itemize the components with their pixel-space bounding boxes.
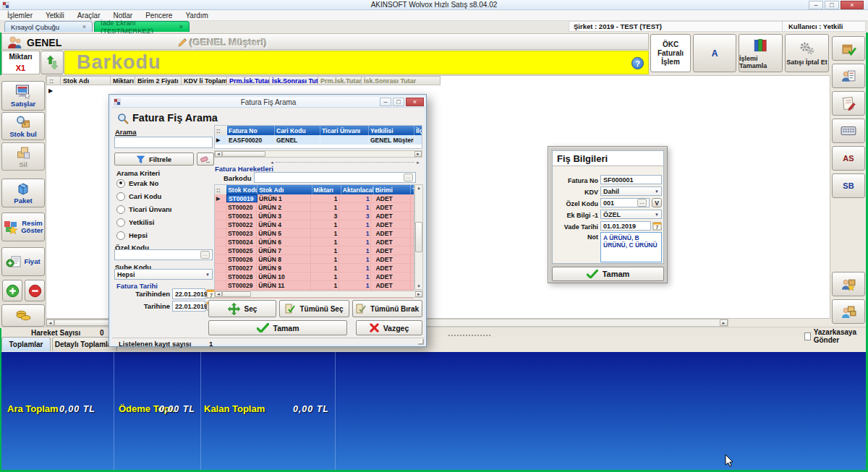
select-button[interactable]: Seç <box>208 300 276 317</box>
column-header[interactable]: Aktarılacak <box>341 185 374 194</box>
rail-as-button[interactable]: AS <box>832 146 865 171</box>
rail-confirm-package-button[interactable] <box>832 36 865 61</box>
scroll-thumb[interactable] <box>222 291 251 297</box>
fis-ok-button[interactable]: Tamam <box>552 267 664 281</box>
radio-icon[interactable] <box>116 179 125 188</box>
lookup-icon[interactable]: … <box>200 251 210 259</box>
stock-row[interactable]: ST00019 ÜRÜN 1 1 1 ADET <box>215 194 414 203</box>
close-button[interactable]: × <box>841 1 864 9</box>
payment-button[interactable] <box>1 304 45 327</box>
splitter-grip[interactable] <box>448 335 490 336</box>
column-header[interactable]: İsk.Sonrası Tutar <box>362 76 441 85</box>
scroll-down-icon[interactable]: ▼ <box>417 284 421 288</box>
stock-row[interactable]: ST00026 ÜRÜN 8 1 1 ADET <box>215 255 414 264</box>
stock-row[interactable]: ST00028 ÜRÜN 10 1 1 ADET <box>215 273 414 281</box>
column-header[interactable]: Ticari Ünvanı <box>320 126 369 135</box>
dialog-barcode-input[interactable]: … <box>254 172 416 183</box>
invoice-row[interactable]: ▶ EASF00020 GENEL GENEL Müşteri <box>215 135 422 145</box>
menu-item[interactable]: Pencere <box>145 12 172 20</box>
decrease-button[interactable] <box>25 280 45 301</box>
stock-row[interactable]: ST00029 ÜRÜN 11 1 1 ADET <box>215 281 414 290</box>
criteria-radio-option[interactable]: Yetkilisi <box>116 218 210 227</box>
stock-row[interactable]: ST00025 ÜRÜN 7 1 1 ADET <box>215 246 414 255</box>
send-register-checkbox[interactable] <box>804 332 811 340</box>
filter-button[interactable]: Filtrele <box>114 153 194 166</box>
column-header[interactable]: Birimi <box>374 185 411 194</box>
date-from-input[interactable]: 22.01.2019 <box>172 288 205 299</box>
calendar-icon[interactable]: 7 <box>652 221 662 231</box>
complete-transaction-button[interactable]: İşlemi Tamamla <box>739 34 783 72</box>
invoice-table-hscrollbar[interactable]: ◄ ► <box>214 150 422 158</box>
scroll-left-icon[interactable]: ◄ <box>215 151 222 157</box>
increase-button[interactable] <box>2 280 22 301</box>
criteria-radio-option[interactable]: Cari Kodu <box>116 192 210 201</box>
scroll-thumb[interactable] <box>222 151 265 157</box>
column-header[interactable]: Stok Kodu <box>226 185 258 194</box>
help-icon[interactable]: ? <box>631 57 644 69</box>
column-header[interactable]: Miktarı <box>312 185 341 194</box>
tab-detailed-totals[interactable]: Detaylı Toplamlar <box>52 337 117 351</box>
clear-filter-button[interactable] <box>197 153 214 166</box>
rail-note-button[interactable] <box>832 91 865 116</box>
menu-item[interactable]: Yetkili <box>46 12 64 20</box>
scroll-left-icon[interactable]: ◄ <box>46 319 54 326</box>
barcode-banner[interactable]: Barkodu ? <box>64 51 649 74</box>
dialog-ok-button[interactable]: Tamam <box>208 320 347 335</box>
rail-customer-package-button[interactable] <box>832 299 865 324</box>
dialog-cancel-button[interactable]: Vazgeç <box>356 320 422 335</box>
rail-customer-card-button[interactable] <box>832 64 865 88</box>
column-header[interactable]: Yetkilisi <box>369 126 414 135</box>
sidebar-item-find-stock[interactable]: Stok bul <box>1 112 45 140</box>
radio-icon[interactable] <box>116 192 125 201</box>
stock-row[interactable]: ST00020 ÜRÜN 2 1 1 ADET <box>215 203 414 212</box>
send-register-option[interactable]: Yazarkasaya Gönder <box>804 328 866 344</box>
stock-table-vscrollbar[interactable]: ▲ ▼ <box>414 184 423 290</box>
dialog-close-button[interactable]: × <box>406 98 424 106</box>
a-button[interactable]: A <box>693 34 736 72</box>
menu-item[interactable]: Yardım <box>185 12 208 20</box>
dialog-titlebar[interactable]: Fatura Fiş Arama – □ × <box>111 97 425 108</box>
kdv-select[interactable]: Dahil ▼ <box>600 186 662 196</box>
minimize-button[interactable]: – <box>809 1 823 9</box>
column-header[interactable]: Miktarı <box>111 76 135 85</box>
menu-item[interactable]: İşlemler <box>7 12 33 20</box>
sidebar-item-show-image[interactable]: Resim Göster <box>1 213 45 241</box>
deselect-all-button[interactable]: Tümünü Bırak <box>352 300 422 317</box>
special-code-field[interactable]: 001 … <box>600 198 650 207</box>
stock-row[interactable]: ST00022 ÜRÜN 4 1 1 ADET <box>215 220 414 229</box>
column-header[interactable]: Prm.İsk.Tutarı <box>318 76 362 85</box>
lookup-icon[interactable]: … <box>637 199 647 207</box>
scroll-right-icon[interactable]: ► <box>414 151 422 157</box>
edit-customer-icon[interactable] <box>178 38 187 47</box>
tab-close-icon[interactable]: × <box>179 23 183 30</box>
menu-item[interactable]: Notlar <box>113 12 132 20</box>
radio-icon[interactable] <box>116 231 125 240</box>
column-header[interactable]: KDV li Toplam <box>182 76 227 85</box>
tab-return-screen[interactable]: İade Ekranı (TEST/MERKEZ) × <box>94 21 190 32</box>
scroll-right-icon[interactable]: ► <box>720 319 728 326</box>
criteria-radio-option[interactable]: Ticari Ünvanı <box>116 205 210 214</box>
tab-totals[interactable]: Toplamlar <box>1 337 51 351</box>
column-header[interactable]: Birim 2 Fiyatı <box>135 76 182 85</box>
rail-customer-star-button[interactable] <box>832 272 865 296</box>
radio-icon[interactable] <box>116 218 125 227</box>
rail-keyboard-button[interactable] <box>832 119 865 143</box>
rail-sb-button[interactable]: SB <box>832 173 865 198</box>
scroll-up-icon[interactable]: ▲ <box>417 186 421 190</box>
stock-row[interactable]: ST00021 ÜRÜN 3 3 3 ADET <box>215 212 414 220</box>
okc-invoice-button[interactable]: ÖKC Faturalı İşlem <box>650 34 691 72</box>
column-header[interactable]: Stok Adı <box>61 76 111 85</box>
sidebar-item-package[interactable]: Paket <box>1 179 45 207</box>
mini-slider[interactable]: ◄ ► <box>270 160 420 165</box>
special-code-search-input[interactable]: … <box>114 249 213 260</box>
quantity-toggle-button[interactable] <box>41 51 64 74</box>
slider-right-icon[interactable]: ► <box>416 160 420 165</box>
column-header[interactable]: Cari Kodu <box>275 126 320 135</box>
scroll-right-icon[interactable]: ► <box>415 291 422 297</box>
extra-info-select[interactable]: ÖZEL ▼ <box>600 210 662 219</box>
sidebar-item-sales[interactable]: Satışlar <box>1 81 45 111</box>
special-code-v-button[interactable]: V <box>652 198 662 207</box>
menu-item[interactable]: Araçlar <box>77 12 101 20</box>
sidebar-item-delete[interactable]: Sil <box>1 142 45 171</box>
stock-row[interactable]: ST00024 ÜRÜN 6 1 1 ADET <box>215 238 414 246</box>
